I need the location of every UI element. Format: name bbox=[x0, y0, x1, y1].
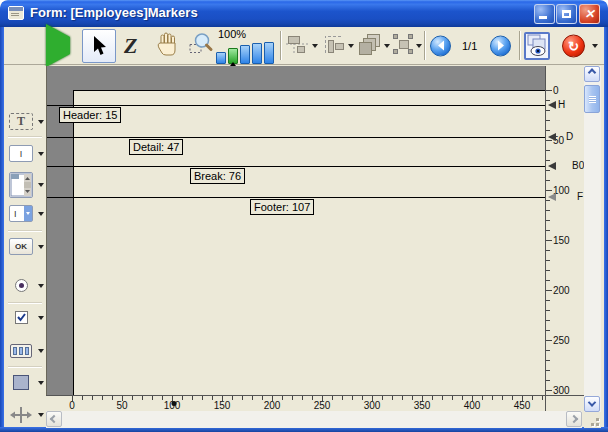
entry-order-tool-button[interactable]: Z bbox=[124, 35, 137, 57]
button-tool-icon[interactable]: OK bbox=[9, 238, 33, 255]
delete-dropdown chevron-down-icon[interactable] bbox=[592, 44, 598, 48]
chevron-down-icon[interactable] bbox=[38, 413, 44, 417]
h-ruler-tick bbox=[102, 396, 103, 400]
marker-line-B0[interactable] bbox=[47, 166, 545, 167]
zoom-bar-400[interactable] bbox=[252, 43, 262, 64]
h-ruler-label: 300 bbox=[364, 400, 381, 411]
chevron-down-icon[interactable] bbox=[38, 212, 44, 216]
scroll-left-button[interactable] bbox=[46, 411, 62, 427]
horizontal-scrollbar[interactable] bbox=[46, 411, 582, 428]
scroll-down-button[interactable] bbox=[584, 396, 600, 412]
sidebar-separator bbox=[8, 230, 42, 231]
window-border-right bbox=[604, 27, 608, 432]
h-ruler-tick bbox=[342, 396, 343, 400]
h-ruler-tick bbox=[532, 396, 533, 400]
distribute-tool-button[interactable] bbox=[322, 33, 346, 59]
align-dropdown chevron-down-icon[interactable] bbox=[312, 44, 318, 48]
h-ruler-tick bbox=[502, 396, 503, 400]
listbox-tool-icon[interactable] bbox=[9, 172, 33, 198]
minimize-button[interactable] bbox=[534, 4, 555, 24]
close-button[interactable]: ✕ bbox=[579, 4, 600, 24]
duplicate-tool-button[interactable] bbox=[358, 33, 382, 59]
input-tool-icon[interactable]: I bbox=[9, 145, 33, 162]
check-glyph bbox=[17, 313, 26, 322]
maximize-button[interactable] bbox=[556, 4, 577, 24]
zoom-level-group[interactable]: 100% bbox=[216, 28, 276, 64]
select-tool-button[interactable] bbox=[82, 29, 116, 63]
chevron-down-icon[interactable] bbox=[38, 120, 44, 124]
sidebar-item-listbox-tool[interactable] bbox=[9, 172, 45, 198]
marker-line-H[interactable] bbox=[47, 105, 545, 106]
v-ruler-label: 250 bbox=[553, 335, 570, 346]
chevron-down-icon[interactable] bbox=[38, 349, 44, 353]
v-ruler-tick bbox=[546, 240, 552, 241]
marker-label-F[interactable]: Footer: 107 bbox=[250, 199, 314, 215]
chevron-down-icon[interactable] bbox=[38, 316, 44, 320]
text-tool-icon[interactable]: T bbox=[9, 113, 33, 130]
sidebar-item-button-grid-tool[interactable] bbox=[9, 342, 45, 359]
distribute-dropdown chevron-down-icon[interactable] bbox=[348, 44, 354, 48]
rectangle-tool-icon[interactable] bbox=[9, 374, 33, 391]
move-tool-button[interactable] bbox=[154, 31, 180, 61]
vertical-scroll-thumb[interactable] bbox=[584, 85, 600, 113]
combobox-tool-icon[interactable]: I bbox=[9, 205, 33, 222]
arrow-left-icon bbox=[436, 40, 446, 52]
zoom-tool-button[interactable] bbox=[188, 31, 214, 60]
chevron-down-icon[interactable] bbox=[38, 245, 44, 249]
v-ruler-tick bbox=[546, 110, 550, 111]
chevron-down-icon[interactable] bbox=[38, 381, 44, 385]
marker-arrow-F[interactable] bbox=[548, 193, 556, 201]
horizontal-ruler: 050100150200250300350400450 bbox=[46, 395, 584, 411]
scroll-right-button[interactable] bbox=[566, 411, 582, 427]
next-page-button[interactable] bbox=[490, 35, 511, 56]
zoom-bar-200[interactable] bbox=[240, 45, 250, 64]
align-icon bbox=[286, 33, 310, 55]
duplicate-dropdown chevron-down-icon[interactable] bbox=[384, 44, 390, 48]
sidebar-item-checkbox-tool[interactable] bbox=[9, 309, 45, 326]
marker-label-B0[interactable]: Break: 76 bbox=[190, 168, 245, 184]
radio-tool-icon[interactable] bbox=[9, 277, 33, 294]
zoom-bars[interactable] bbox=[216, 40, 274, 64]
titlebar[interactable]: Form: [Employees]Markers ✕ bbox=[0, 0, 608, 27]
marker-arrow-H[interactable] bbox=[548, 101, 556, 109]
scroll-up-button[interactable] bbox=[584, 66, 600, 82]
marker-arrow-D[interactable] bbox=[548, 133, 556, 141]
h-ruler-tick bbox=[292, 396, 293, 400]
vertical-scrollbar[interactable] bbox=[584, 66, 601, 412]
checkbox-tool-icon[interactable] bbox=[9, 309, 33, 326]
sidebar-item-text-tool[interactable]: T bbox=[9, 113, 45, 130]
align-tool-button[interactable] bbox=[286, 33, 310, 59]
chevron-down-icon[interactable] bbox=[38, 284, 44, 288]
canvas[interactable]: Header: 15Detail: 47Break: 76Footer: 107 bbox=[46, 66, 545, 395]
marker-line-F[interactable] bbox=[47, 197, 545, 198]
marker-label-D[interactable]: Detail: 47 bbox=[129, 139, 183, 155]
h-ruler-label: 0 bbox=[69, 400, 75, 411]
chevron-down-icon[interactable] bbox=[38, 183, 44, 187]
splitter-glyph bbox=[10, 406, 32, 424]
delete-action-button[interactable]: ↻ bbox=[562, 34, 585, 57]
form-area[interactable] bbox=[73, 90, 545, 395]
sidebar-item-rectangle-tool[interactable] bbox=[9, 374, 45, 391]
resize-grip[interactable] bbox=[584, 412, 601, 428]
zoom-bar-800[interactable] bbox=[264, 42, 274, 64]
sidebar-item-combobox-tool[interactable]: I bbox=[9, 205, 45, 222]
h-ruler-tick bbox=[152, 396, 153, 400]
marker-label-H[interactable]: Header: 15 bbox=[59, 107, 121, 123]
execute-form-button[interactable] bbox=[46, 37, 70, 55]
sidebar-item-splitter-tool[interactable] bbox=[9, 406, 45, 423]
splitter-tool-icon[interactable] bbox=[9, 406, 33, 423]
preview-toggle-button[interactable] bbox=[524, 32, 550, 60]
marker-arrow-B0[interactable] bbox=[548, 162, 556, 170]
group-dropdown chevron-down-icon[interactable] bbox=[416, 44, 422, 48]
sidebar-item-button-tool[interactable]: OK bbox=[9, 238, 45, 255]
chevron-down-icon[interactable] bbox=[38, 152, 44, 156]
button-grid-tool-icon[interactable] bbox=[9, 342, 33, 359]
group-tool-button[interactable] bbox=[392, 33, 414, 59]
marker-line-D[interactable] bbox=[47, 137, 545, 138]
previous-page-button[interactable] bbox=[430, 35, 451, 56]
chevron-up-icon bbox=[588, 68, 596, 76]
sidebar-item-input-tool[interactable]: I bbox=[9, 145, 45, 162]
zoom-level-label: 100% bbox=[218, 28, 246, 40]
sidebar-item-radio-tool[interactable] bbox=[9, 277, 45, 294]
zoom-bar-50[interactable] bbox=[216, 52, 226, 64]
